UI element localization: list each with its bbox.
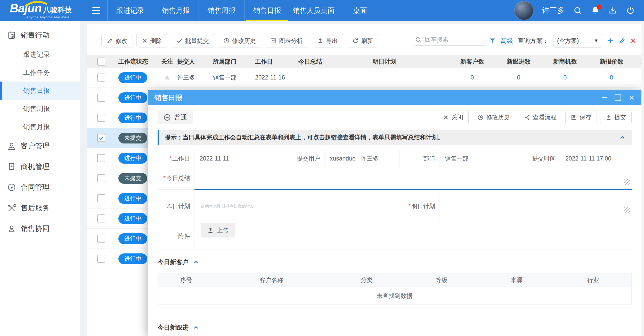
sidebar-item-after-sales[interactable]: 售后服务 <box>0 198 80 218</box>
row-checkbox-checked[interactable] <box>97 134 105 142</box>
chevron-down-icon: ▼ <box>594 38 598 43</box>
status-badge: 进行中 <box>118 253 147 264</box>
tab-sales-desktop[interactable]: 销售人员桌面 <box>290 0 337 21</box>
tomorrow-plan-textarea[interactable] <box>439 190 632 223</box>
empty-data-text: 未查找到数据 <box>158 287 631 304</box>
sidebar-item-customer-mgmt[interactable]: 客户管理 <box>0 136 80 156</box>
resize-grip-icon[interactable] <box>624 207 630 213</box>
clock-icon <box>477 114 484 121</box>
current-user-name[interactable]: 许三多 <box>542 5 565 16</box>
collapse-section-chevron-up-icon[interactable] <box>193 259 199 266</box>
delete-plan-icon[interactable] <box>630 38 636 44</box>
save-button[interactable]: 保存 <box>565 110 597 124</box>
row-checkbox[interactable] <box>97 174 105 182</box>
history-button[interactable]: 修改历史 <box>472 110 515 124</box>
row-checkbox[interactable] <box>97 114 105 122</box>
tab-monthly-report[interactable]: 销售月报 <box>153 0 199 21</box>
sidebar-item-work-tasks[interactable]: 工作任务 <box>0 63 80 82</box>
maximize-icon[interactable] <box>615 94 621 101</box>
svg-text:¥: ¥ <box>10 164 13 168</box>
notification-bell-icon[interactable] <box>591 6 600 15</box>
search-field <box>415 36 485 46</box>
row-checkbox[interactable] <box>97 255 105 263</box>
svg-text:¥: ¥ <box>10 185 13 190</box>
download-icon[interactable] <box>608 6 617 15</box>
sidebar-item-contract-mgmt[interactable]: ¥ 合同管理 <box>0 177 80 198</box>
sidebar-item-monthly-report[interactable]: 销售月报 <box>0 118 80 136</box>
new-quotes-link[interactable]: 0 <box>610 74 613 81</box>
x-icon <box>443 115 449 120</box>
row-checkbox[interactable] <box>97 154 105 162</box>
sidebar-item-sales-action[interactable]: 销售行动 <box>0 25 80 45</box>
edit-plan-icon[interactable] <box>619 37 625 44</box>
row-checkbox[interactable] <box>97 235 105 243</box>
col-source: 来源 <box>478 276 555 284</box>
sidebar-item-sales-collab[interactable]: 销售协同 <box>0 218 80 239</box>
tab-daily-report[interactable]: 销售日报 <box>244 0 290 21</box>
refresh-button[interactable]: 刷新 <box>347 34 378 47</box>
upload-icon <box>207 227 214 234</box>
col-grade: 等级 <box>405 276 478 284</box>
chart-analysis-button[interactable]: 图表分析 <box>265 34 308 47</box>
section-new-followups: 今日新跟进 <box>158 323 632 332</box>
row-checkbox[interactable] <box>97 214 105 222</box>
work-date-label: *工作日 <box>158 150 194 167</box>
new-customers-link[interactable]: 0 <box>471 74 474 81</box>
close-button[interactable]: 关闭 <box>438 110 469 124</box>
edit-history-button[interactable]: 修改历史 <box>218 34 261 47</box>
row-checkbox[interactable] <box>97 74 105 82</box>
row-checkbox[interactable] <box>97 194 105 202</box>
work-date-field[interactable]: 2022-11-11 <box>194 155 229 162</box>
search-input[interactable] <box>424 36 479 43</box>
col-customer-name: 客户名称 <box>215 276 328 284</box>
advanced-search-link[interactable]: 高级 <box>501 37 513 45</box>
logo-swoosh-icon <box>24 1 48 7</box>
tab-desktop[interactable]: 桌面 <box>337 0 383 21</box>
batch-submit-button[interactable]: 批量提交 <box>171 34 214 47</box>
list-toolbar: 修改 删除 批量提交 修改历史 图表分析 <box>87 24 644 47</box>
delete-button[interactable]: 删除 <box>136 34 167 47</box>
sidebar-item-weekly-report[interactable]: 销售周报 <box>0 100 80 118</box>
new-opportunities-link[interactable]: 0 <box>564 74 567 81</box>
query-plan-select[interactable]: (空方案) ▼ <box>553 34 602 47</box>
star-icon[interactable]: ★ <box>164 73 171 82</box>
pencil-icon <box>107 38 113 44</box>
filter-funnel-icon[interactable] <box>489 37 496 44</box>
today-summary-textarea[interactable] <box>194 167 632 190</box>
submit-user-value: xusanduo - 许三多 <box>325 155 379 163</box>
minimize-icon[interactable] <box>602 97 607 98</box>
edit-button[interactable]: 修改 <box>101 34 133 47</box>
yesterday-plan-textarea[interactable]: 自动带入昨日对今日做的计划 <box>194 190 399 223</box>
page-scrollbar[interactable] <box>641 21 644 336</box>
menu-toggle-icon[interactable] <box>87 0 105 21</box>
dialog-actions: 关闭 修改历史 查看流程 保存 <box>434 110 632 124</box>
sidebar-item-follow-records[interactable]: 跟进记录 <box>0 45 80 63</box>
power-icon[interactable] <box>626 6 635 15</box>
collapse-hint-chevron-up-icon[interactable] <box>619 134 626 141</box>
export-button[interactable]: 导出 <box>312 34 343 47</box>
row-checkbox[interactable] <box>97 94 105 102</box>
search-icon[interactable] <box>573 6 582 15</box>
dialog-title: 销售日报 <box>154 93 182 102</box>
upload-button[interactable]: 上传 <box>201 223 235 237</box>
user-avatar[interactable] <box>514 1 533 20</box>
refresh-icon <box>352 38 358 44</box>
submit-button[interactable]: 提交 <box>600 110 632 124</box>
minus-circle-icon[interactable] <box>163 114 171 121</box>
view-flow-button[interactable]: 查看流程 <box>519 110 562 124</box>
check-icon <box>176 38 183 44</box>
topbar-right: 许三多 <box>514 0 635 21</box>
table-row[interactable]: 进行中 ★ 许三多 销售一部 2022-11-16 0 0 0 0 <box>87 68 644 88</box>
tab-weekly-report[interactable]: 销售周报 <box>199 0 244 21</box>
yesterday-plan-label: 昨日计划 <box>158 190 194 223</box>
collapse-section-chevron-up-icon[interactable] <box>193 324 199 331</box>
tab-follow-records[interactable]: 跟进记录 <box>107 0 153 21</box>
select-all-checkbox[interactable] <box>97 58 105 66</box>
resize-grip-icon[interactable] <box>624 179 630 185</box>
close-icon[interactable] <box>629 95 635 101</box>
add-plan-icon[interactable] <box>607 37 614 44</box>
sidebar-item-daily-report[interactable]: 销售日报 <box>0 82 80 100</box>
new-followups-link[interactable]: 0 <box>517 74 520 81</box>
dialog-toolbar: 普通 关闭 修改历史 查看流程 <box>158 110 632 124</box>
sidebar-item-opportunity-mgmt[interactable]: ¥ 商机管理 <box>0 156 80 177</box>
